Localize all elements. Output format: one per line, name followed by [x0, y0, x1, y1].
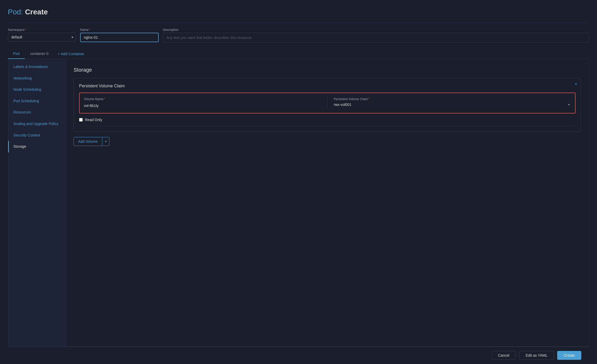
tabs-bar: Pod container-0 + Add Container	[8, 49, 589, 59]
create-button[interactable]: Create	[557, 351, 581, 360]
description-placeholder[interactable]: Any text you want that better describes …	[163, 33, 589, 43]
volume-name-field: Volume Name*	[84, 97, 321, 109]
pvc-fields-row: Volume Name* Persistent Volume Claim* rw…	[79, 93, 576, 113]
pvc-select-label: Persistent Volume Claim*	[334, 97, 571, 101]
namespace-label: Namespace*	[8, 28, 76, 32]
namespace-field: Namespace* default ▾	[8, 28, 76, 43]
pvc-select[interactable]: rwx-vol001	[334, 103, 571, 107]
name-label: Name*	[80, 28, 159, 32]
read-only-label[interactable]: Read Only	[85, 118, 102, 122]
edit-as-yaml-button[interactable]: Edit as YAML	[519, 351, 554, 360]
sidebar: Labels & Annotations Networking Node Sch…	[8, 59, 66, 346]
pvc-select-field: Persistent Volume Claim* rwx-vol001 ▾	[334, 97, 571, 109]
tab-add-container[interactable]: + Add Container	[54, 49, 89, 59]
pvc-close-button[interactable]: ×	[575, 82, 577, 86]
sidebar-item-labels-annotations[interactable]: Labels & Annotations	[8, 61, 65, 73]
tab-container-0[interactable]: container-0	[25, 49, 54, 59]
storage-section-title: Storage	[74, 67, 581, 73]
read-only-checkbox[interactable]	[79, 118, 83, 122]
namespace-select-wrapper[interactable]: default ▾	[8, 33, 76, 42]
cancel-button[interactable]: Cancel	[491, 351, 516, 360]
volume-name-input[interactable]	[84, 103, 321, 109]
name-input[interactable]	[80, 33, 159, 42]
page-title-action: Create	[25, 8, 48, 16]
sidebar-item-security-context[interactable]: Security Context	[8, 130, 65, 141]
sidebar-item-storage[interactable]: Storage	[8, 141, 65, 152]
pvc-card: Persistent Volume Claim × Volume Name*	[74, 78, 581, 132]
pvc-card-title: Persistent Volume Claim	[79, 84, 576, 88]
add-volume-button[interactable]: Add Volume	[74, 137, 102, 146]
description-field: Description Any text you want that bette…	[163, 28, 589, 43]
page-title: Pod: Create	[8, 8, 589, 16]
add-volume-dropdown-button[interactable]: ▾	[102, 138, 109, 145]
main-panel: Storage Persistent Volume Claim × Volume…	[66, 59, 589, 346]
description-label: Description	[163, 28, 589, 32]
sidebar-item-node-scheduling[interactable]: Node Scheduling	[8, 84, 65, 95]
sidebar-item-networking[interactable]: Networking	[8, 73, 65, 84]
tab-pod[interactable]: Pod	[8, 49, 25, 59]
pvc-select-wrapper[interactable]: rwx-vol001 ▾	[334, 103, 571, 107]
sidebar-item-resources[interactable]: Resources	[8, 107, 65, 118]
add-volume-chevron-icon: ▾	[105, 140, 107, 143]
pvc-field-divider	[327, 97, 328, 109]
content-area: Labels & Annotations Networking Node Sch…	[8, 59, 589, 346]
read-only-row: Read Only	[79, 118, 576, 122]
volume-name-label: Volume Name*	[84, 97, 321, 101]
sidebar-item-scaling-upgrade-policy[interactable]: Scaling and Upgrade Policy	[8, 118, 65, 130]
card-divider	[79, 126, 576, 126]
page-title-prefix: Pod:	[8, 8, 23, 16]
footer: Cancel Edit as YAML Create	[8, 346, 589, 364]
namespace-select[interactable]: default	[8, 33, 76, 42]
add-volume-button-group: Add Volume ▾	[74, 137, 109, 146]
header-divider	[8, 22, 589, 23]
sidebar-item-pod-scheduling[interactable]: Pod Scheduling	[8, 95, 65, 107]
top-form-row: Namespace* default ▾ Name* Description A…	[8, 28, 589, 43]
name-field: Name*	[80, 28, 159, 43]
